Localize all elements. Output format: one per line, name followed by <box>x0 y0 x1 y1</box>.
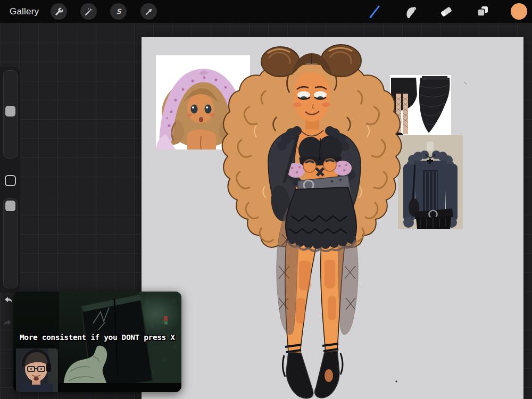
adjustments-button[interactable] <box>80 3 97 20</box>
redo-arrow-icon <box>3 319 12 328</box>
eraser-icon <box>439 4 454 19</box>
active-color-swatch[interactable] <box>511 3 527 20</box>
stray-dot-mark <box>395 380 397 382</box>
wrench-icon <box>54 7 64 16</box>
modify-button[interactable] <box>5 175 16 186</box>
webcam-inset <box>16 348 58 392</box>
brush-size-slider[interactable] <box>3 70 18 159</box>
video-caption: More consistent if you DONT press X <box>20 333 179 342</box>
canvas-artwork <box>142 37 523 399</box>
webcam-face <box>16 348 58 392</box>
character-sketch <box>222 45 402 398</box>
smudge-finger-icon <box>403 4 418 19</box>
smudge-tool-button[interactable] <box>403 4 419 20</box>
brush-size-handle[interactable] <box>5 106 15 117</box>
selections-button[interactable]: S <box>110 3 127 20</box>
actions-button[interactable] <box>51 3 67 20</box>
transform-button[interactable] <box>140 3 157 20</box>
character-left-shoe <box>286 352 313 398</box>
reference-fur-jacket <box>398 135 463 229</box>
brush-sidebar <box>0 67 20 293</box>
opacity-handle[interactable] <box>5 201 15 211</box>
transform-arrow-icon <box>144 7 154 16</box>
selection-s-icon: S <box>114 7 123 16</box>
gallery-button[interactable]: Gallery <box>10 6 39 17</box>
layers-button[interactable] <box>475 4 491 20</box>
eraser-tool-button[interactable] <box>438 4 454 20</box>
video-overlay[interactable]: More consistent if you DONT press X <box>13 292 181 392</box>
undo-button[interactable] <box>4 296 13 307</box>
stray-scratch-mark <box>464 82 467 84</box>
redo-button[interactable] <box>3 319 12 330</box>
magic-wand-icon <box>84 7 94 16</box>
svg-text:S: S <box>116 7 121 15</box>
top-toolbar: Gallery S <box>0 0 532 23</box>
paint-tool-button[interactable] <box>366 4 382 20</box>
opacity-slider[interactable] <box>3 198 18 288</box>
layers-icon <box>475 4 490 19</box>
paintbrush-icon <box>367 4 381 19</box>
undo-arrow-icon <box>4 296 13 305</box>
character-skirt <box>286 187 356 243</box>
drawing-canvas[interactable] <box>142 37 523 399</box>
procreate-app: Gallery S <box>0 0 532 399</box>
